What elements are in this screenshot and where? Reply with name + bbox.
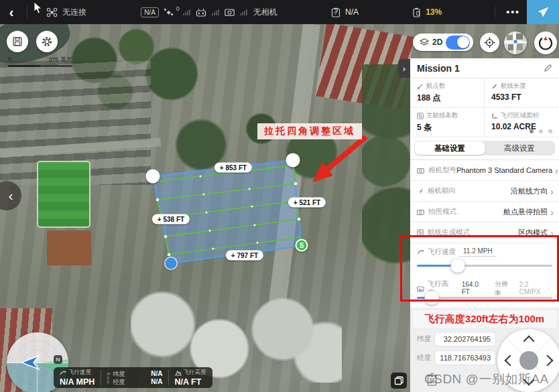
start-point-marker[interactable]: S <box>296 239 308 252</box>
compass-reset-button[interactable] <box>534 31 557 54</box>
stat-label: 航点数 <box>426 82 446 90</box>
speed-icon <box>60 370 66 376</box>
setting-value: 沿航线方向 <box>511 186 548 196</box>
2d-switch[interactable] <box>446 36 470 50</box>
chevron-right-icon: › <box>555 165 558 176</box>
mission-header: Mission 1 <box>410 58 559 78</box>
altitude-slider-track[interactable] <box>417 297 552 299</box>
telemetry-bar: 飞行速度 N/A MPH W G S 纬度N/A 经度N/A 飞行高度 N/A … <box>54 367 212 388</box>
panel-collapse-button[interactable]: › <box>398 59 410 78</box>
camera-status: 无相机 <box>253 7 277 18</box>
telemetry-alt-value: N/A FT <box>175 377 206 387</box>
speed-slider-thumb[interactable] <box>450 259 464 273</box>
setting-camera-heading[interactable]: 相机朝向 沿航线方向 › <box>410 181 559 202</box>
camera-icon <box>417 168 424 174</box>
stat-value: 5 条 <box>417 122 484 133</box>
map-layer-thumbnail-button[interactable] <box>504 31 527 54</box>
stat-value: 188 点 <box>417 92 484 104</box>
nudge-up-button[interactable] <box>523 336 535 347</box>
latitude-label: 纬度 <box>417 334 434 344</box>
resolution-label: 分辨率 <box>495 279 514 298</box>
latitude-field[interactable]: 32.202764195 <box>434 332 496 346</box>
nudge-right-button[interactable] <box>542 355 554 367</box>
locate-me-button[interactable] <box>480 33 499 52</box>
polygon-corner-handle-topright[interactable] <box>286 153 300 168</box>
setting-label: 拍照模式 <box>428 207 503 216</box>
edge-length-left: + 538 FT <box>152 214 190 224</box>
start-flight-button[interactable] <box>527 0 559 24</box>
altitude-value: 164.0 FT <box>458 281 491 298</box>
topbar-divider <box>495 5 495 19</box>
setting-route-generation-mode[interactable]: 航线生成模式 区内模式 › <box>410 222 559 243</box>
camera-icon <box>225 8 235 16</box>
setting-value: 航点悬停拍照 <box>503 207 548 217</box>
more-menu-button[interactable]: ••• <box>506 7 520 17</box>
photos-stack-icon <box>394 376 403 385</box>
drone-icon <box>46 7 58 17</box>
waypoint-icon <box>417 83 424 90</box>
mission-settings-button[interactable] <box>36 31 58 52</box>
setting-label: 相机型号 <box>428 166 456 175</box>
back-button[interactable]: ‹ <box>0 5 23 20</box>
mission-stats: 航点数 188 点 航线长度 4533 FT 主航线条数 5 条 飞行区域面积 … <box>410 78 559 137</box>
polygon-corner-handle-bottomleft[interactable] <box>166 258 177 269</box>
checklist-value: N/A <box>345 7 359 17</box>
stats-page-dots[interactable] <box>530 129 552 133</box>
setting-value: Phantom 3 Standard Camera <box>456 166 552 174</box>
speed-slider-track[interactable] <box>417 265 552 267</box>
altitude-photo-icon <box>417 286 424 292</box>
nudge-left-button[interactable] <box>505 355 516 367</box>
app-window: S + 853 FT + 521 FT + 538 FT + 797 FT 拉托… <box>0 0 559 392</box>
telemetry-alt-label: 飞行高度 <box>184 369 206 377</box>
gear-icon <box>41 36 53 48</box>
topbar-divider <box>27 5 27 19</box>
telemetry-lat-value: N/A <box>151 370 162 378</box>
s-route-icon <box>417 229 424 236</box>
ruler-corner-icon <box>491 113 498 119</box>
map-thumbnail-icon <box>504 31 527 54</box>
altitude-slider-thumb[interactable] <box>425 291 439 305</box>
telemetry-speed: 飞行速度 N/A MPH <box>54 367 101 388</box>
longitude-field[interactable]: 118.716763493 <box>434 350 496 365</box>
airplane-icon <box>536 5 550 19</box>
telemetry-lon-label: 经度 <box>113 378 125 386</box>
mission-title: Mission 1 <box>417 63 544 74</box>
compass-north-badge: N <box>54 355 62 364</box>
setting-label: 相机朝向 <box>428 186 511 196</box>
dpad-center-button[interactable] <box>519 351 538 370</box>
wgs-label: W G S <box>101 367 110 388</box>
telemetry-speed-value: N/A MPH <box>60 377 95 387</box>
setting-photo-mode[interactable]: 拍照模式 航点悬停拍照 › <box>410 202 559 222</box>
map-2d-toggle[interactable]: 2D <box>413 34 473 51</box>
edit-pencil-icon[interactable] <box>544 64 552 72</box>
scale-bar-line <box>8 65 72 67</box>
settings-tabs: 基础设置 高级设置 <box>410 137 559 160</box>
polygon-corner-handle-topleft[interactable] <box>146 170 160 184</box>
save-mission-button[interactable] <box>7 31 28 52</box>
tab-advanced-settings[interactable]: 高级设置 <box>485 141 554 155</box>
stat-label: 主航线条数 <box>426 111 458 120</box>
battery-percent: 13% <box>426 7 442 17</box>
compass-icon <box>538 36 553 50</box>
start-marker-label: S <box>300 242 304 249</box>
annotation-note: 飞行高度320ft左右为100m <box>413 310 556 328</box>
stat-main-lines: 主航线条数 5 条 <box>410 108 485 137</box>
altitude-icon <box>175 370 182 376</box>
telemetry-lon-value: N/A <box>151 378 162 386</box>
flight-sliders: 飞行速度 11.2 MPH 飞行高度 164.0 FT 分辨率 2.2 CM/P… <box>410 243 559 308</box>
resolution-value: 2.2 CM/PX <box>517 281 552 298</box>
connection-status: 无连接 <box>62 7 86 18</box>
longitude-label: 经度 <box>417 353 434 363</box>
speed-value: 11.2 MPH <box>459 247 497 257</box>
setting-label: 航线生成模式 <box>428 228 518 237</box>
setting-value: 区内模式 <box>518 228 548 238</box>
speed-slider-row: 飞行速度 11.2 MPH <box>410 243 559 275</box>
tab-basic-settings[interactable]: 基础设置 <box>415 141 485 155</box>
map-imagery-sports-field <box>37 161 90 228</box>
stat-value: 4533 FT <box>491 92 559 102</box>
setting-camera-model[interactable]: 相机型号 Phantom 3 Standard Camera › <box>410 160 559 181</box>
aircraft-arrow-icon <box>19 352 42 373</box>
map-attribution-icon[interactable] <box>391 373 407 389</box>
edge-length-top: + 853 FT <box>214 163 252 173</box>
map-imagery-trees-center <box>161 105 362 185</box>
